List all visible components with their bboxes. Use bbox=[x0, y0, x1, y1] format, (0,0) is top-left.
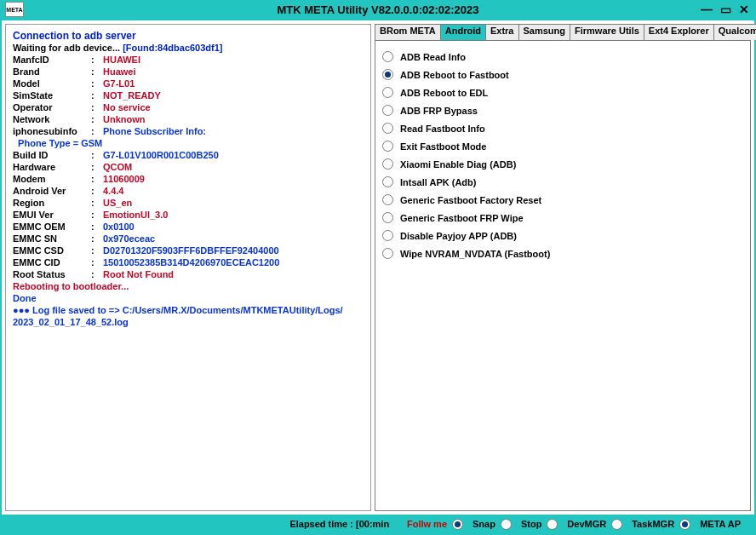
radio-label: ADB Reboot to Fastboot bbox=[400, 70, 509, 80]
tab-qualcomm[interactable]: Qualcomm bbox=[713, 24, 756, 40]
radio-option[interactable]: Wipe NVRAM_NVDATA (Fastboot) bbox=[381, 244, 745, 262]
right-panel: BRom METAAndroidExtraSamsungFirmware Uti… bbox=[375, 24, 751, 511]
log-key: EMMC CSD bbox=[13, 244, 91, 256]
content-area: Connection to adb serverWaiting for adb … bbox=[2, 20, 754, 515]
log-row: EMMC SN:0x970eceac bbox=[13, 233, 364, 244]
log-value: 11060009 bbox=[103, 173, 145, 185]
status-button-snap[interactable]: Snap bbox=[452, 519, 495, 530]
log-line: Rebooting to bootloader... bbox=[13, 280, 364, 292]
log-colon: : bbox=[91, 209, 103, 221]
log-colon: : bbox=[91, 244, 103, 256]
tab-brom-meta[interactable]: BRom META bbox=[375, 24, 441, 40]
close-button[interactable]: ✕ bbox=[737, 3, 751, 16]
log-colon: : bbox=[91, 101, 103, 113]
follow-me-label: Follw me bbox=[407, 519, 447, 529]
radio-option[interactable]: ADB Reboot to Fastboot bbox=[381, 66, 745, 83]
log-colon: : bbox=[91, 197, 103, 209]
log-value: Huawei bbox=[103, 66, 136, 78]
log-line: 2023_02_01_17_48_52.log bbox=[13, 316, 364, 328]
log-value: 0x0100 bbox=[103, 221, 135, 233]
maximize-button[interactable]: ▭ bbox=[719, 3, 732, 16]
status-button-label: META AP bbox=[700, 519, 741, 529]
log-key: Root Status bbox=[13, 268, 91, 280]
log-row: Build ID:G7-L01V100R001C00B250 bbox=[13, 149, 364, 161]
radio-label: Xiaomi Enable Diag (ADB) bbox=[400, 159, 516, 170]
radio-icon bbox=[382, 176, 393, 187]
log-value: Phone Subscriber Info: bbox=[103, 125, 206, 137]
radio-option[interactable]: Xiaomi Enable Diag (ADB) bbox=[381, 155, 745, 173]
status-button-label: Stop bbox=[521, 519, 541, 529]
log-colon: : bbox=[91, 66, 103, 78]
radio-icon bbox=[382, 87, 393, 98]
log-row: Region:US_en bbox=[13, 197, 364, 209]
status-button-taskmgr[interactable]: TaskMGR bbox=[611, 519, 674, 530]
log-value: G7-L01V100R001C00B250 bbox=[103, 149, 219, 161]
radio-icon bbox=[382, 158, 393, 170]
log-value: HUAWEI bbox=[103, 54, 140, 66]
status-button-label: Snap bbox=[472, 519, 495, 529]
status-button-label: DevMGR bbox=[567, 519, 606, 529]
log-row: EMMC OEM:0x0100 bbox=[13, 221, 364, 233]
radio-icon bbox=[382, 123, 393, 134]
log-value: G7-L01 bbox=[103, 78, 135, 89]
log-row: EMMC CSD:D02701320F5903FFF6DBFFEF9240400… bbox=[13, 244, 364, 256]
log-row: SimState:NOT_READY bbox=[13, 89, 364, 101]
log-colon: : bbox=[91, 233, 103, 244]
radio-option[interactable]: Disable Payjoy APP (ADB) bbox=[381, 227, 745, 244]
radio-option[interactable]: Read Fastboot Info bbox=[381, 119, 745, 137]
log-row: ManfcID:HUAWEI bbox=[13, 54, 364, 66]
log-row: Modem:11060009 bbox=[13, 173, 364, 185]
log-colon: : bbox=[91, 149, 103, 161]
log-line: Connection to adb server bbox=[13, 30, 364, 42]
log-colon: : bbox=[91, 268, 103, 280]
radio-option[interactable]: ADB Read Info bbox=[381, 48, 745, 66]
log-value: NOT_READY bbox=[103, 89, 161, 101]
statusbar-right: Follw me SnapStopDevMGRTaskMGRMETA AP bbox=[390, 519, 741, 530]
tab-android[interactable]: Android bbox=[440, 24, 486, 40]
tab-samsung[interactable]: Samsung bbox=[518, 24, 571, 40]
radio-label: Wipe NVRAM_NVDATA (Fastboot) bbox=[400, 249, 550, 259]
window-title: MTK META Utility V82.0.0.0:02:02:2023 bbox=[0, 3, 756, 16]
tab-firmware-utils[interactable]: Firmware Utils bbox=[570, 24, 644, 40]
radio-label: Generic Fastboot Factory Reset bbox=[400, 195, 541, 205]
tab-extra[interactable]: Extra bbox=[485, 24, 519, 40]
log-row: Network:Unknown bbox=[13, 113, 364, 125]
status-button-meta ap[interactable]: META AP bbox=[679, 519, 741, 530]
log-value: Root Not Found bbox=[103, 268, 174, 280]
radio-label: Read Fastboot Info bbox=[400, 124, 485, 134]
radio-icon bbox=[501, 519, 512, 530]
log-colon: : bbox=[91, 256, 103, 268]
radio-option[interactable]: ADB Reboot to EDL bbox=[381, 83, 745, 101]
log-line: Done bbox=[13, 292, 364, 304]
log-key: Hardware bbox=[13, 161, 91, 173]
log-row: Android Ver:4.4.4 bbox=[13, 185, 364, 197]
radio-option[interactable]: Generic Fastboot Factory Reset bbox=[381, 191, 745, 209]
radio-label: Disable Payjoy APP (ADB) bbox=[400, 231, 517, 241]
radio-option[interactable]: ADB FRP Bypass bbox=[381, 101, 745, 119]
log-colon: : bbox=[91, 125, 103, 137]
status-button-label: TaskMGR bbox=[632, 519, 674, 529]
radio-option[interactable]: Exit Fastboot Mode bbox=[381, 137, 745, 155]
log-row: Operator:No service bbox=[13, 101, 364, 113]
radio-label: ADB Read Info bbox=[400, 52, 466, 62]
radio-icon bbox=[382, 194, 393, 205]
log-colon: : bbox=[91, 54, 103, 66]
radio-icon bbox=[382, 248, 393, 259]
log-colon: : bbox=[91, 78, 103, 89]
log-row: iphonesubinfo:Phone Subscriber Info: bbox=[13, 125, 364, 137]
log-colon: : bbox=[91, 173, 103, 185]
log-row: EMMC CID:15010052385B314D4206970ECEAC120… bbox=[13, 256, 364, 268]
log-panel: Connection to adb serverWaiting for adb … bbox=[5, 24, 371, 511]
radio-option[interactable]: Generic Fastboot FRP Wipe bbox=[381, 209, 745, 227]
log-colon: : bbox=[91, 221, 103, 233]
log-value: Unknown bbox=[103, 113, 146, 125]
status-button-devmgr[interactable]: DevMGR bbox=[547, 519, 606, 530]
radio-label: Intsall APK (Adb) bbox=[400, 177, 476, 187]
log-key: Operator bbox=[13, 101, 91, 113]
log-key: Region bbox=[13, 197, 91, 209]
log-row: Brand:Huawei bbox=[13, 66, 364, 78]
status-button-stop[interactable]: Stop bbox=[501, 519, 541, 530]
minimize-button[interactable]: — bbox=[700, 3, 713, 16]
tab-ext4-explorer[interactable]: Ext4 Explorer bbox=[644, 24, 714, 40]
radio-option[interactable]: Intsall APK (Adb) bbox=[381, 173, 745, 191]
